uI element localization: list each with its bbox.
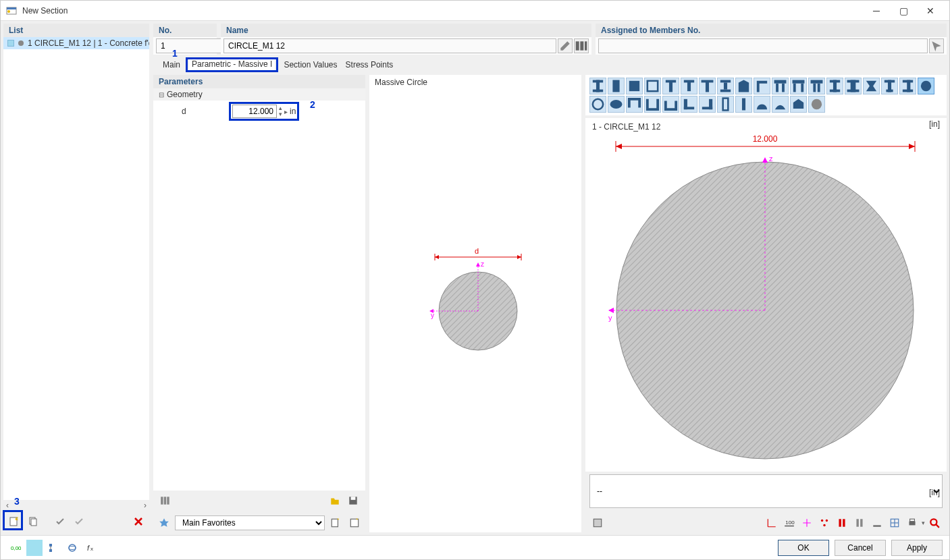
list-item[interactable]: 1 CIRCLE_M1 12 | 1 - Concrete f'c = 40 bbox=[3, 37, 149, 49]
stress-button[interactable] bbox=[834, 515, 850, 531]
units-button[interactable]: 0,00 bbox=[7, 540, 24, 556]
check2-button[interactable] bbox=[71, 513, 87, 530]
svg-rect-62 bbox=[847, 80, 860, 83]
points-button[interactable] bbox=[816, 515, 833, 531]
section-icon[interactable] bbox=[826, 78, 843, 94]
new-button[interactable]: * bbox=[6, 513, 22, 530]
zoom-button[interactable] bbox=[926, 515, 943, 531]
section-icon[interactable] bbox=[681, 96, 697, 113]
svg-rect-13 bbox=[164, 497, 166, 504]
section-icon[interactable] bbox=[608, 78, 625, 94]
title-bar: New Section ─ ▢ ✕ bbox=[1, 1, 949, 21]
section-icon[interactable] bbox=[772, 78, 789, 94]
section-icon[interactable] bbox=[644, 96, 661, 113]
name-panel: Name bbox=[221, 24, 591, 55]
section-icon[interactable] bbox=[662, 78, 679, 94]
apply-button[interactable]: Apply bbox=[891, 540, 943, 556]
section-icon[interactable] bbox=[790, 96, 807, 113]
section-icon[interactable] bbox=[681, 78, 697, 94]
section-icon[interactable] bbox=[699, 78, 716, 94]
section-icon[interactable] bbox=[808, 96, 825, 113]
section-icon[interactable] bbox=[790, 78, 807, 94]
list-panel: List 1 CIRCLE_M1 12 | 1 - Concrete f'c =… bbox=[3, 24, 149, 532]
dim-button[interactable]: 100 bbox=[781, 515, 797, 531]
section-icon[interactable] bbox=[662, 96, 679, 113]
svg-point-117 bbox=[69, 544, 76, 551]
svg-rect-3 bbox=[7, 7, 16, 9]
section-icon[interactable] bbox=[717, 96, 734, 113]
svg-rect-48 bbox=[720, 90, 731, 92]
close-button[interactable]: ✕ bbox=[924, 5, 937, 16]
tab-parametric[interactable]: Parametric - Massive I bbox=[189, 59, 275, 70]
favorites-select[interactable]: Main Favorites bbox=[175, 515, 325, 530]
section-icon[interactable] bbox=[717, 78, 734, 94]
name-input[interactable] bbox=[223, 38, 556, 53]
fav-new-button[interactable]: * bbox=[346, 515, 363, 531]
refresh-view-button[interactable] bbox=[589, 515, 606, 531]
edit-name-button[interactable] bbox=[558, 38, 573, 53]
grid-button[interactable] bbox=[887, 515, 903, 531]
tab-main[interactable]: Main bbox=[160, 60, 183, 69]
section-icon[interactable] bbox=[754, 96, 770, 113]
favorites-row: Main Favorites * * bbox=[153, 513, 365, 532]
bottom-button[interactable] bbox=[869, 515, 885, 531]
collapse-icon[interactable]: ⊟ bbox=[159, 91, 164, 99]
copy-button[interactable] bbox=[25, 513, 41, 530]
cancel-button[interactable]: Cancel bbox=[835, 540, 886, 556]
section-icon[interactable] bbox=[735, 78, 752, 94]
section-icon[interactable] bbox=[845, 78, 862, 94]
section-icon[interactable] bbox=[626, 78, 643, 94]
info-button[interactable] bbox=[157, 493, 174, 509]
no-label: No. bbox=[153, 24, 217, 37]
print-button[interactable] bbox=[904, 515, 920, 531]
star-icon[interactable] bbox=[156, 515, 172, 531]
stress2-button[interactable] bbox=[851, 515, 868, 531]
fx-button[interactable]: fx bbox=[83, 540, 99, 556]
ok-button[interactable]: OK bbox=[778, 540, 829, 556]
section-icon[interactable] bbox=[608, 96, 625, 113]
globe-button[interactable] bbox=[64, 540, 80, 556]
arrow-icon[interactable]: ▸ bbox=[284, 108, 288, 115]
section-icon[interactable] bbox=[626, 96, 643, 113]
geometry-node[interactable]: ⊟ Geometry bbox=[153, 88, 365, 101]
tab-section-values[interactable]: Section Values bbox=[281, 60, 340, 69]
pick-button[interactable] bbox=[929, 38, 944, 53]
assigned-input[interactable] bbox=[598, 38, 928, 53]
section-icon[interactable] bbox=[589, 78, 606, 94]
section-icon[interactable] bbox=[699, 96, 716, 113]
delete-button[interactable] bbox=[130, 513, 147, 530]
svg-rect-35 bbox=[593, 80, 603, 83]
library-button[interactable] bbox=[574, 38, 589, 53]
minimize-button[interactable]: ─ bbox=[870, 5, 883, 16]
section-icon[interactable] bbox=[863, 78, 880, 94]
section-icon-circle[interactable] bbox=[918, 78, 934, 94]
open-button[interactable] bbox=[327, 493, 343, 509]
section-icon[interactable] bbox=[735, 96, 752, 113]
save-button[interactable] bbox=[345, 493, 361, 509]
svg-rect-78 bbox=[742, 99, 745, 111]
svg-rect-14 bbox=[167, 497, 169, 504]
status-select[interactable]: -- bbox=[589, 474, 943, 508]
svg-rect-38 bbox=[629, 81, 639, 91]
name-label: Name bbox=[221, 24, 591, 37]
spinner-icon[interactable]: ▴▾ bbox=[279, 105, 282, 117]
axes-button[interactable] bbox=[764, 515, 780, 531]
section-icon[interactable] bbox=[589, 96, 606, 113]
section-icon[interactable] bbox=[899, 78, 916, 94]
section-icon[interactable] bbox=[754, 78, 770, 94]
section-icon[interactable] bbox=[881, 78, 898, 94]
fav-add-button[interactable]: * bbox=[327, 515, 344, 531]
axis-button[interactable] bbox=[799, 515, 815, 531]
tab-stress-points[interactable]: Stress Points bbox=[343, 60, 396, 69]
maximize-button[interactable]: ▢ bbox=[897, 5, 910, 16]
svg-rect-45 bbox=[706, 82, 709, 92]
tree-button[interactable] bbox=[45, 540, 61, 556]
svg-rect-66 bbox=[886, 90, 893, 92]
section-icon[interactable] bbox=[644, 78, 661, 94]
section-icon[interactable] bbox=[772, 96, 789, 113]
h-scrollbar[interactable]: ‹› bbox=[3, 500, 149, 511]
color-button[interactable] bbox=[26, 540, 43, 556]
d-input[interactable] bbox=[232, 105, 277, 118]
section-icon[interactable] bbox=[808, 78, 825, 94]
check-button[interactable] bbox=[52, 513, 68, 530]
